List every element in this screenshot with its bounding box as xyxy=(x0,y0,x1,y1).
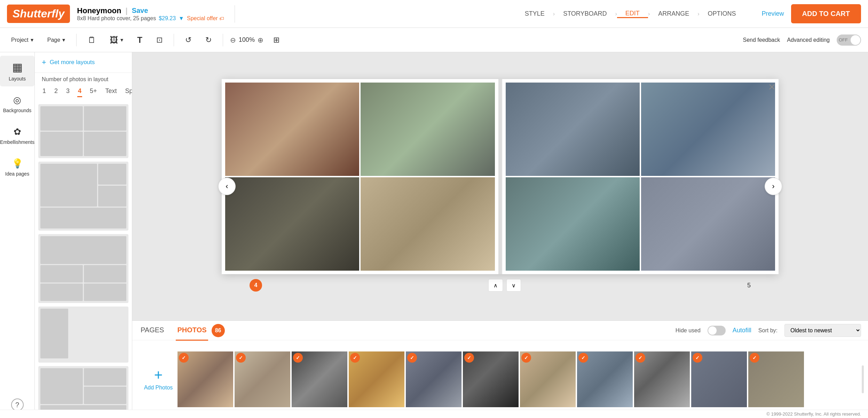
add-photo-button[interactable]: 🖼 ▾ xyxy=(106,32,127,48)
special-offer-link[interactable]: Special offer 🏷 xyxy=(187,15,224,22)
photo-slot[interactable] xyxy=(225,83,359,176)
photo-slot[interactable] xyxy=(361,83,495,176)
nav-step-arrange[interactable]: ARRANGE xyxy=(650,10,697,17)
filter-spreads[interactable]: Spreads xyxy=(125,86,132,97)
strip-scroll-bar[interactable] xyxy=(858,365,868,393)
close-book-button[interactable]: ✕ xyxy=(768,82,776,93)
layout-item[interactable] xyxy=(38,162,128,231)
tab-pages[interactable]: PAGES xyxy=(139,320,165,341)
toolbar-right: Send feedback Advanced editing OFF xyxy=(743,34,861,46)
nav-step-options[interactable]: OPTIONS xyxy=(700,10,744,17)
crop-icon: ⊡ xyxy=(156,36,163,45)
prev-page-button[interactable]: ‹ xyxy=(218,178,236,195)
sidebar-item-embellishments[interactable]: ✿ Embellishments xyxy=(0,122,34,150)
filter-1[interactable]: 1 xyxy=(42,86,47,97)
autofill-button[interactable]: Autofill xyxy=(733,327,751,334)
layouts-icon: ▦ xyxy=(12,61,23,74)
fit-page-button[interactable]: ⊞ xyxy=(269,33,284,47)
photo-thumb[interactable]: ✓ xyxy=(748,351,804,407)
photo-slot[interactable] xyxy=(506,83,640,176)
embellishments-icon: ✿ xyxy=(14,126,21,137)
shutterfly-logo[interactable]: Shutterfly xyxy=(7,5,70,23)
sidebar-item-idea-pages[interactable]: 💡 Idea pages xyxy=(0,153,34,181)
dropdown-arrow-icon[interactable]: ▼ xyxy=(179,15,184,22)
chevron-down-icon: ▾ xyxy=(120,37,123,43)
photo-slot[interactable] xyxy=(641,83,775,176)
canvas-area: ‹ › ✕ xyxy=(132,52,868,418)
backgrounds-icon: ◎ xyxy=(13,95,21,106)
photo-thumb[interactable]: ✓ xyxy=(463,351,519,407)
project-info: Honeymoon | Save 8x8 Hard photo cover, 2… xyxy=(77,6,224,22)
photos-count-badge: 86 xyxy=(212,324,225,337)
photo-slot[interactable] xyxy=(225,177,359,271)
photo-selected-badge: ✓ xyxy=(464,353,474,363)
filter-3[interactable]: 3 xyxy=(65,86,70,97)
filter-5plus[interactable]: 5+ xyxy=(89,86,98,97)
right-arrow-icon: › xyxy=(772,182,774,191)
photo-thumb[interactable]: ✓ xyxy=(634,351,690,407)
project-menu-button[interactable]: Project ▾ xyxy=(7,34,38,46)
toggle-knob xyxy=(708,326,717,335)
sort-select[interactable]: Oldest to newest Newest to oldest File n… xyxy=(784,324,861,337)
layout-cell xyxy=(98,186,126,207)
nav-right: Preview ADD TO CART xyxy=(762,4,861,23)
add-page-button[interactable]: 🗒 xyxy=(84,32,100,48)
photo-thumb[interactable]: ✓ xyxy=(520,351,576,407)
nav-step-edit[interactable]: EDIT xyxy=(617,10,648,18)
photo-thumb[interactable]: ✓ xyxy=(292,351,347,407)
get-more-layouts-button[interactable]: Get more layouts xyxy=(50,59,95,66)
page-menu-button[interactable]: Page ▾ xyxy=(43,34,69,46)
sidebar-item-layouts[interactable]: ▦ Layouts xyxy=(0,56,34,86)
toolbar: Project ▾ Page ▾ 🗒 🖼 ▾ T ⊡ ↺ ↻ ⊖ 100% ⊕ … xyxy=(0,28,868,52)
chevron-down-icon: ▾ xyxy=(62,37,65,43)
photo-thumb[interactable]: ✓ xyxy=(235,351,290,407)
preview-button[interactable]: Preview xyxy=(762,10,784,17)
photo-thumb[interactable]: ✓ xyxy=(349,351,404,407)
send-feedback-button[interactable]: Send feedback xyxy=(743,37,780,43)
photo-thumb[interactable]: ✓ xyxy=(577,351,633,407)
add-photos-button[interactable]: + Add Photos xyxy=(139,364,177,394)
sidebar-item-backgrounds[interactable]: ◎ Backgrounds xyxy=(0,90,34,118)
filter-text[interactable]: Text xyxy=(105,86,118,97)
photo-slot[interactable] xyxy=(506,177,640,271)
photo-thumb[interactable]: ✓ xyxy=(406,351,461,407)
layout-item[interactable] xyxy=(38,234,128,303)
hide-used-toggle[interactable] xyxy=(708,326,726,335)
save-link[interactable]: Save xyxy=(132,7,148,15)
photo-thumb[interactable]: ✓ xyxy=(177,351,233,407)
add-to-cart-button[interactable]: ADD TO CART xyxy=(791,4,861,23)
next-page-button[interactable]: › xyxy=(765,178,782,195)
zoom-in-button[interactable]: ⊕ xyxy=(258,36,263,44)
add-text-button[interactable]: T xyxy=(133,32,147,48)
undo-button[interactable]: ↺ xyxy=(181,33,196,47)
nav-step-storyboard[interactable]: STORYBOARD xyxy=(555,10,615,17)
layout-cell xyxy=(84,387,126,404)
layout-item[interactable] xyxy=(38,307,128,363)
photo-thumb[interactable]: ✓ xyxy=(691,351,747,407)
photos-strip: + Add Photos ✓ ✓ ✓ xyxy=(132,340,868,418)
book-spread-wrapper: ‹ › ✕ xyxy=(222,79,779,294)
add-photo-icon: 🖼 xyxy=(110,35,118,45)
filter-4[interactable]: 4 xyxy=(77,86,82,97)
nav-step-style[interactable]: STYLE xyxy=(516,10,553,17)
project-details: 8x8 Hard photo cover, 25 pages xyxy=(77,15,156,22)
layout-cell xyxy=(40,132,83,156)
scroll-down-button[interactable]: ∨ xyxy=(506,279,521,292)
divider xyxy=(235,5,235,23)
zoom-out-button[interactable]: ⊖ xyxy=(230,36,236,44)
filter-2[interactable]: 2 xyxy=(54,86,58,97)
tab-photos[interactable]: PHOTOS xyxy=(176,320,208,341)
photo-slot[interactable] xyxy=(361,177,495,271)
layout-item[interactable] xyxy=(38,104,128,158)
advanced-editing-toggle[interactable]: OFF xyxy=(837,34,861,46)
crop-button[interactable]: ⊡ xyxy=(152,33,167,47)
project-price[interactable]: $29.23 xyxy=(159,15,176,22)
photo-slot[interactable] xyxy=(641,177,775,271)
redo-button[interactable]: ↻ xyxy=(201,33,216,47)
scroll-up-button[interactable]: ∧ xyxy=(488,279,503,292)
project-subtitle: 8x8 Hard photo cover, 25 pages $29.23 ▼ … xyxy=(77,15,224,22)
layout-cell xyxy=(84,106,126,131)
layout-cell xyxy=(40,265,83,282)
sidebar-item-label: Embellishments xyxy=(0,139,34,145)
sidebar-item-label: Layouts xyxy=(9,76,26,82)
